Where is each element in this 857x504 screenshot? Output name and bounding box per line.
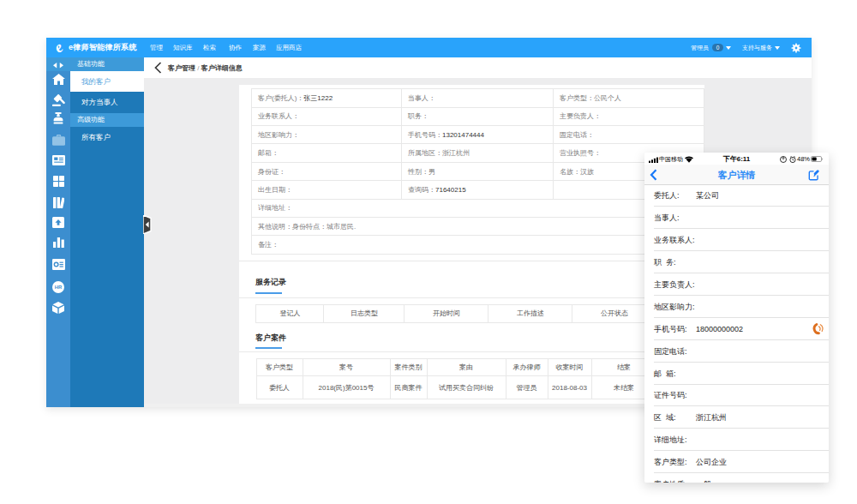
svg-text:HR: HR [55,285,63,290]
